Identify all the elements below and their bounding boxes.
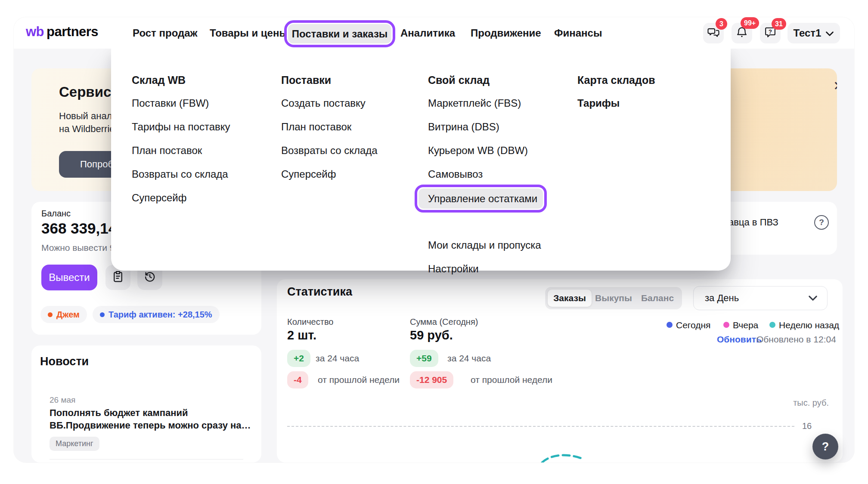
supplies-and-orders-menu: Склад WB Поставки (FBW) Тарифы на постав…: [111, 49, 731, 271]
menu-item-my-warehouses-passes[interactable]: Мои склады и пропуска: [428, 239, 541, 251]
nav-item-promotion[interactable]: Продвижение: [471, 27, 541, 39]
top-navbar: wbpartners Рост продаж Товары и цены Ана…: [14, 17, 854, 49]
legend-week-ago-label: Неделю назад: [779, 320, 839, 330]
nav-item-supplies-orders[interactable]: Поставки и заказы: [288, 24, 391, 43]
amount-value: 59 руб.: [410, 328, 453, 342]
menu-item-supersafe-2[interactable]: Суперсейф: [281, 168, 336, 180]
menu-item-self-pickup[interactable]: Самовывоз: [428, 168, 483, 180]
close-icon[interactable]: ✕: [833, 80, 837, 92]
menu-item-supplies-fbw[interactable]: Поставки (FBW): [132, 97, 209, 109]
menu-header-wb-warehouse: Склад WB: [132, 74, 186, 86]
quantity-value: 2 шт.: [287, 328, 316, 342]
jam-chip-label: Джем: [56, 310, 80, 320]
news-divider: [50, 459, 243, 459]
balance-withdraw-hint: Можно вывести 93: [41, 243, 120, 253]
history-icon: [143, 270, 156, 285]
legend-week-ago-dot-icon: [769, 322, 775, 328]
nav-item-finance[interactable]: Финансы: [554, 27, 602, 39]
menu-item-supply-plan-2[interactable]: План поставок: [281, 121, 351, 133]
menu-item-settings[interactable]: Настройки: [428, 263, 479, 275]
page: Сервис по Новый аналити на Wildberries П…: [0, 0, 868, 484]
chart-week-ago-line: [540, 452, 596, 462]
menu-item-vitrina-dbs[interactable]: Витрина (DBS): [428, 121, 499, 133]
banner-subtitle-line2: на Wildberries: [59, 123, 120, 135]
help-circle-icon[interactable]: ?: [814, 215, 829, 230]
balance-amount: 368 339,14: [41, 220, 117, 237]
tariff-chip[interactable]: Тариф активен: +28,15%: [93, 306, 220, 323]
menu-item-tariffs[interactable]: Тарифы: [577, 97, 620, 109]
quantity-label: Количество: [287, 317, 333, 327]
menu-header-own-warehouse: Свой склад: [428, 74, 490, 86]
clipboard-icon: [112, 270, 124, 285]
tab-orders[interactable]: Заказы: [548, 290, 592, 307]
statistics-title: Статистика: [287, 285, 352, 299]
statistics-card: Статистика Заказы Выкупы Баланс за День …: [277, 279, 843, 462]
menu-item-supersafe[interactable]: Суперсейф: [132, 192, 187, 204]
quantity-day-delta-badge: +2: [287, 350, 310, 367]
account-menu[interactable]: Тест1: [787, 23, 840, 43]
quantity-week-delta-badge: -4: [287, 371, 308, 388]
wb-partners-logo[interactable]: wbpartners: [26, 24, 98, 40]
legend-today-label: Сегодня: [676, 320, 710, 330]
chevron-down-icon: [825, 27, 834, 39]
tariff-dot-icon: [100, 312, 105, 317]
news-headline-line2: ВБ.Продвижение теперь можно сразу на…: [50, 419, 251, 432]
menu-item-warehouse-returns-2[interactable]: Возвраты со склада: [281, 145, 378, 157]
nav-item-goods-prices[interactable]: Товары и цены: [210, 27, 288, 39]
jam-dot-icon: [48, 312, 53, 317]
menu-item-marketplace-fbs[interactable]: Маркетплейс (FBS): [428, 97, 521, 109]
news-title: Новости: [40, 355, 89, 368]
menu-item-supply-tariffs[interactable]: Тарифы на поставку: [132, 121, 230, 133]
account-name: Тест1: [794, 27, 822, 39]
svg-text:?: ?: [769, 28, 772, 35]
legend-yesterday-dot-icon: [723, 322, 729, 328]
logo-partners: partners: [46, 24, 98, 39]
menu-header-supplies: Поставки: [281, 74, 331, 86]
legend-today-dot-icon: [666, 322, 673, 328]
amount-day-delta-badge: +59: [410, 350, 438, 367]
withdraw-button[interactable]: Вывести: [41, 265, 97, 290]
quantity-day-delta-label: за 24 часа: [316, 353, 359, 364]
gridline-value: 16: [802, 421, 812, 431]
menu-item-supply-plan[interactable]: План поставок: [132, 145, 202, 157]
refresh-link[interactable]: Обновить: [717, 334, 762, 345]
support-count-badge: 31: [772, 18, 786, 30]
news-headline-line1: Пополнять бюджет кампаний: [50, 407, 251, 419]
logo-wb: wb: [26, 24, 44, 39]
chevron-down-icon: [808, 293, 818, 304]
amount-week-delta-badge: -12 905: [410, 371, 453, 388]
stock-management-highlight-ring: Управление остатками: [415, 185, 547, 213]
nav-item-sales-growth[interactable]: Рост продаж: [133, 27, 198, 39]
tab-buyouts[interactable]: Выкупы: [592, 290, 636, 307]
tab-balance[interactable]: Баланс: [636, 290, 679, 307]
tariff-chip-label: Тариф активен: +28,15%: [108, 310, 212, 320]
jam-chip[interactable]: Джем: [40, 306, 87, 323]
menu-item-courier-wb-dbw[interactable]: Курьером WB (DBW): [428, 145, 528, 157]
nav-item-analytics[interactable]: Аналитика: [400, 27, 455, 39]
balance-label: Баланс: [41, 209, 71, 219]
amount-week-delta-label: от прошлой недели: [471, 375, 552, 385]
pvz-card-title: авца в ПВЗ: [728, 217, 778, 228]
news-tag-badge: Маркетинг: [50, 437, 99, 451]
updated-timestamp: Обновлено в 12:04: [756, 334, 836, 345]
menu-item-create-supply[interactable]: Создать поставку: [281, 97, 366, 109]
axis-unit-label: тыс. руб.: [787, 398, 829, 408]
stats-tabs: Заказы Выкупы Баланс: [545, 287, 682, 309]
news-card: Новости 26 мая Пополнять бюджет кампаний…: [31, 345, 261, 462]
floating-help-button[interactable]: ?: [812, 434, 838, 459]
legend-yesterday-label: Вчера: [733, 320, 758, 330]
period-select[interactable]: за День: [693, 286, 828, 310]
news-item-headline[interactable]: Пополнять бюджет кампаний ВБ.Продвижение…: [50, 407, 251, 432]
quantity-week-delta-label: от прошлой недели: [318, 375, 400, 385]
amount-day-delta-label: за 24 часа: [447, 353, 491, 364]
messages-count-badge: 3: [716, 18, 727, 30]
amount-label: Сумма (Сегодня): [410, 317, 478, 327]
app-window: Сервис по Новый аналити на Wildberries П…: [14, 17, 854, 462]
menu-item-stock-management[interactable]: Управление остатками: [418, 188, 543, 209]
chart-gridline: [287, 426, 794, 427]
menu-item-warehouse-returns[interactable]: Возвраты со склада: [132, 168, 228, 180]
news-item-date: 26 мая: [50, 395, 75, 405]
notifications-count-badge: 99+: [741, 17, 759, 29]
period-select-value: за День: [705, 293, 739, 304]
supplies-orders-highlight-ring: Поставки и заказы: [284, 20, 395, 47]
